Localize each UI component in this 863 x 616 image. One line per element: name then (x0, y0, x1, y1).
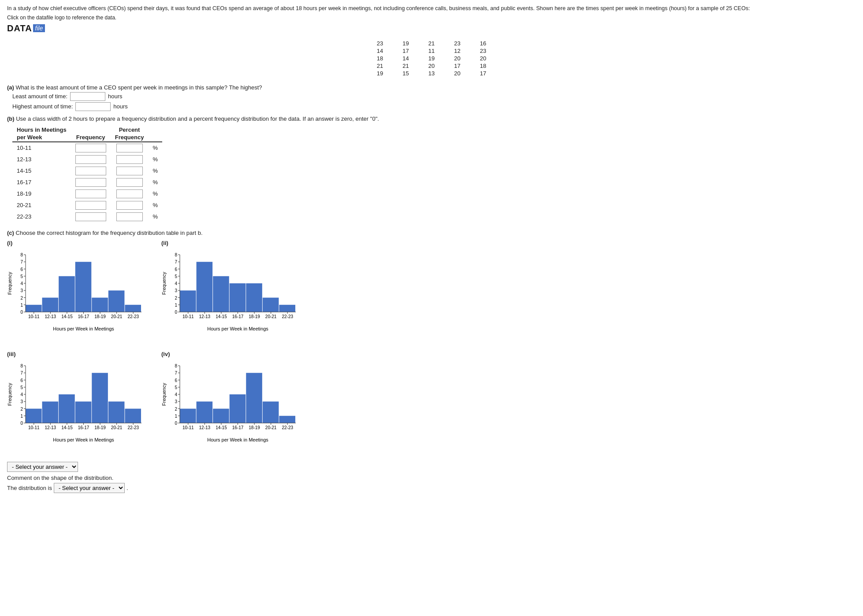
svg-text:4: 4 (175, 281, 177, 286)
data-cell: 18 (367, 55, 393, 62)
pct-sign-cell: % (148, 188, 162, 200)
svg-text:12-13: 12-13 (199, 314, 211, 319)
answer-select[interactable]: - Select your answer -(i)(ii)(iii)(iv) (7, 462, 78, 472)
freq-input[interactable] (75, 201, 106, 210)
data-cell: 20 (470, 55, 496, 62)
pct-input-cell (111, 177, 149, 188)
pct-input-cell (111, 165, 149, 177)
svg-text:8: 8 (175, 252, 177, 257)
range-cell: 20-21 (12, 200, 71, 211)
bar (279, 305, 295, 312)
svg-text:1: 1 (20, 303, 23, 308)
data-cell: 23 (470, 47, 496, 55)
svg-text:0: 0 (175, 421, 177, 426)
freq-input[interactable] (75, 178, 106, 187)
data-cell: 20 (444, 55, 470, 62)
bar (263, 401, 279, 423)
svg-text:18-19: 18-19 (94, 314, 106, 319)
svg-text:8: 8 (20, 252, 23, 257)
hist-row-bottom: (iii)Frequency01234567810-1112-1314-1516… (7, 351, 856, 449)
data-cell: 16 (470, 40, 496, 47)
logo-data: DATA (7, 23, 32, 33)
pct-input[interactable] (116, 178, 143, 187)
pct-input[interactable] (116, 167, 143, 175)
svg-text:18-19: 18-19 (249, 314, 260, 319)
answer-row: - Select your answer -(i)(ii)(iii)(iv) (7, 462, 856, 472)
click-text: Click on the datafile logo to reference … (7, 15, 856, 21)
data-cell: 11 (419, 47, 444, 55)
svg-text:4: 4 (20, 281, 23, 286)
bar (180, 408, 196, 423)
svg-text:10-11: 10-11 (28, 314, 40, 319)
part-b-label: (b) (7, 115, 15, 122)
svg-text:8: 8 (20, 364, 23, 368)
period: . (126, 485, 128, 491)
freq-input[interactable] (75, 144, 106, 152)
part-c-section: (c) Choose the correct histogram for the… (7, 230, 856, 449)
freq-input[interactable] (75, 212, 106, 221)
svg-text:5: 5 (20, 274, 23, 279)
svg-text:20-21: 20-21 (111, 425, 123, 430)
pct-input-cell (111, 200, 149, 211)
pct-input[interactable] (116, 212, 143, 221)
dist-row: The distribution is - Select your answer… (7, 483, 856, 493)
bar (26, 305, 42, 312)
svg-text:6: 6 (20, 378, 23, 382)
dist-select[interactable]: - Select your answer -symmetricskewed le… (54, 483, 125, 493)
pct-sign-cell: % (148, 200, 162, 211)
pct-input[interactable] (116, 155, 143, 164)
pct-input[interactable] (116, 189, 143, 198)
bar (92, 373, 108, 423)
pct-input-cell (111, 142, 149, 154)
svg-text:5: 5 (175, 274, 177, 279)
data-cell: 19 (393, 40, 418, 47)
svg-text:10-11: 10-11 (182, 425, 194, 430)
data-cell: 19 (419, 55, 444, 62)
part-b-question: Use a class width of 2 hours to prepare … (16, 115, 379, 122)
freq-input[interactable] (75, 189, 106, 198)
col1-sub-header: per Week (12, 133, 71, 142)
histogram-svg: Frequency01234567810-1112-1314-1516-1718… (161, 359, 302, 447)
data-cell: 20 (444, 70, 470, 77)
col3-header-empty (148, 126, 162, 133)
svg-text:22-23: 22-23 (127, 425, 139, 430)
data-cell: 19 (367, 70, 393, 77)
hist-label: (ii) (161, 240, 302, 246)
svg-text:12-13: 12-13 (199, 425, 211, 430)
pct-sign-cell: % (148, 211, 162, 223)
svg-text:1: 1 (20, 414, 23, 419)
svg-text:3: 3 (20, 288, 23, 293)
bar (59, 394, 75, 423)
svg-text:4: 4 (175, 392, 177, 397)
data-grid: 2319212316141711122318141920202121201718… (367, 40, 496, 77)
answer-section: - Select your answer -(i)(ii)(iii)(iv) C… (7, 462, 856, 493)
freq-row: 20-21% (12, 200, 162, 211)
datafile-logo[interactable]: DATA file (7, 23, 856, 33)
x-axis-label: Hours per Week in Meetings (207, 326, 268, 331)
data-cell: 17 (470, 70, 496, 77)
bar (197, 262, 213, 312)
hist-label: (iv) (161, 351, 302, 357)
highest-input[interactable] (75, 102, 111, 111)
pct-input-cell (111, 211, 149, 223)
freq-input[interactable] (75, 167, 106, 175)
pct-input[interactable] (116, 144, 143, 152)
y-axis-label: Frequency (161, 382, 167, 405)
data-cell: 15 (393, 70, 418, 77)
svg-text:12-13: 12-13 (45, 425, 56, 430)
svg-text:16-17: 16-17 (232, 425, 244, 430)
svg-text:20-21: 20-21 (265, 314, 277, 319)
pct-input[interactable] (116, 201, 143, 210)
svg-text:1: 1 (175, 303, 177, 308)
range-cell: 18-19 (12, 188, 71, 200)
freq-input[interactable] (75, 155, 106, 164)
least-input[interactable] (70, 92, 105, 101)
bar (125, 408, 141, 423)
histogram-svg: Frequency01234567810-1112-1314-1516-1718… (7, 248, 148, 336)
highest-unit: hours (113, 103, 128, 110)
part-c-question: (c) Choose the correct histogram for the… (7, 230, 856, 236)
col3-header: Percent (111, 126, 149, 133)
svg-text:6: 6 (175, 378, 177, 382)
svg-text:6: 6 (20, 267, 23, 271)
svg-text:8: 8 (175, 364, 177, 368)
